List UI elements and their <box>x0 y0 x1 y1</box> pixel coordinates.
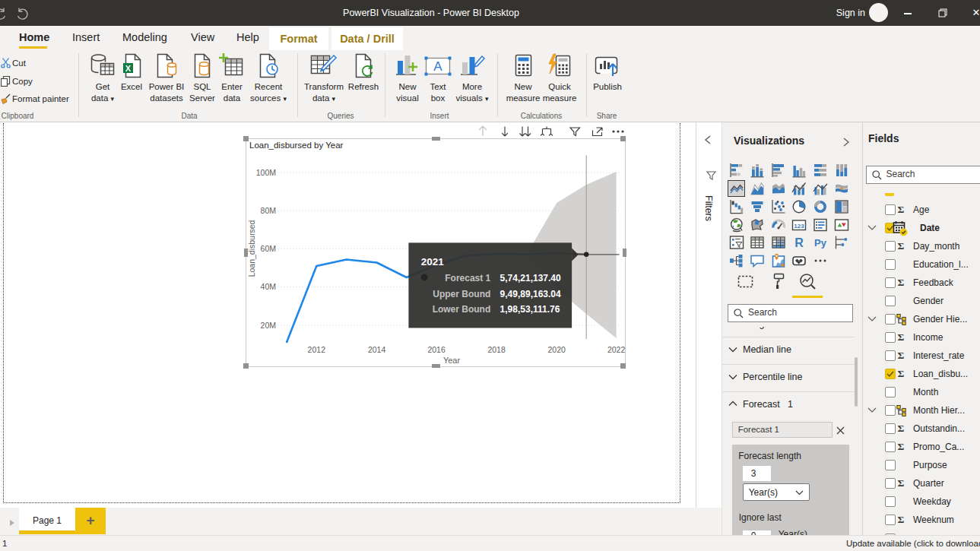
svg-text:60M: 60M <box>261 244 276 253</box>
svg-text:20M: 20M <box>261 321 276 330</box>
svg-text:100M: 100M <box>256 168 276 177</box>
svg-text:Lower Bound: Lower Bound <box>433 304 491 315</box>
svg-text:2020: 2020 <box>548 345 566 354</box>
svg-text:2022: 2022 <box>607 345 626 354</box>
svg-text:2021: 2021 <box>421 256 445 268</box>
svg-text:Upper Bound: Upper Bound <box>433 289 490 299</box>
svg-text:2018: 2018 <box>487 345 506 354</box>
svg-text:2014: 2014 <box>368 345 386 354</box>
svg-text:A: A <box>433 59 442 74</box>
svg-text:R: R <box>795 236 804 249</box>
svg-text:Loan_disbursed: Loan_disbursed <box>247 220 256 277</box>
svg-text:9,49,89,163.04: 9,49,89,163.04 <box>500 289 561 299</box>
svg-text:Loan_disbursed by Year: Loan_disbursed by Year <box>249 141 344 150</box>
svg-text:5,74,21,137.40: 5,74,21,137.40 <box>500 273 561 283</box>
svg-text:Year: Year <box>443 356 461 365</box>
svg-text:80M: 80M <box>261 206 276 215</box>
svg-text:123: 123 <box>794 222 805 229</box>
svg-text:2012: 2012 <box>308 345 326 354</box>
svg-text:2016: 2016 <box>427 345 446 354</box>
svg-text:Py: Py <box>814 237 827 249</box>
svg-text:1,98,53,111.76: 1,98,53,111.76 <box>500 304 560 315</box>
svg-text:X: X <box>125 64 132 73</box>
svg-text:Forecast 1: Forecast 1 <box>445 273 490 283</box>
svg-text:40M: 40M <box>261 282 276 291</box>
